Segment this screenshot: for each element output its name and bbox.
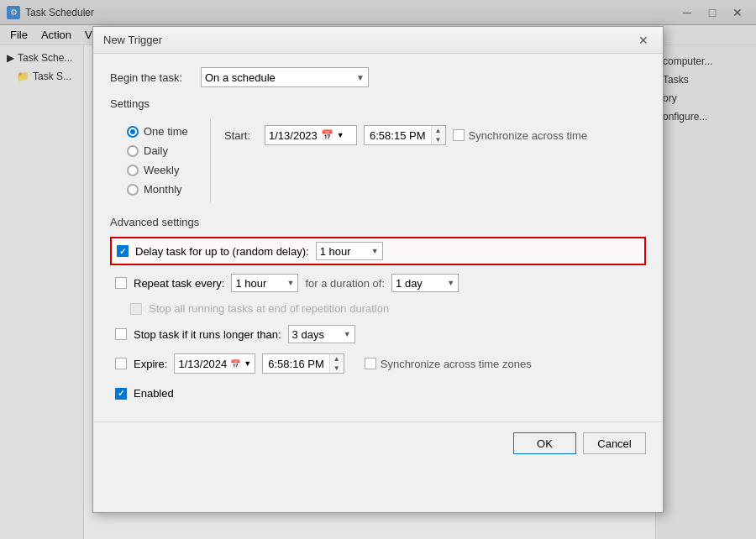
sync-zones-label: Synchronize across time zones [381, 358, 532, 370]
expire-date-value: 1/13/2024 [178, 358, 227, 370]
stop-running-checkbox[interactable] [130, 303, 142, 315]
repeat-value-dropdown[interactable]: 1 hour ▼ [231, 274, 298, 292]
delay-checkbox[interactable] [117, 245, 129, 257]
expire-time-up[interactable]: ▲ [330, 354, 344, 364]
modal-overlay: New Trigger ✕ Begin the task: On a sched… [0, 0, 756, 539]
sync-checkbox-row: Synchronize across time [453, 129, 588, 142]
sync-checkbox[interactable] [453, 129, 465, 141]
ok-button[interactable]: OK [513, 432, 576, 454]
delay-task-row: Delay task for up to (random delay): 1 h… [110, 237, 646, 265]
dialog-titlebar: New Trigger ✕ [93, 27, 663, 54]
radio-weekly[interactable]: Weekly [127, 164, 193, 176]
repeat-value: 1 hour [235, 277, 266, 290]
stop-running-row: Stop all running tasks at end of repetit… [110, 301, 646, 317]
begin-task-value: On a schedule [205, 71, 276, 84]
radio-one-time-label: One time [144, 125, 188, 138]
radio-monthly-label: Monthly [144, 183, 182, 196]
delay-dropdown-icon: ▼ [371, 247, 379, 255]
dialog-close-button[interactable]: ✕ [634, 31, 653, 50]
schedule-radio-group: One time Daily Weekly Mont [110, 118, 211, 202]
expire-calendar-icon: 📅 [230, 359, 240, 369]
begin-task-label: Begin the task: [110, 71, 194, 84]
stop-task-value-dropdown[interactable]: 3 days ▼ [288, 325, 355, 343]
expire-date-arrow-icon: ▼ [244, 359, 251, 368]
sync-label: Synchronize across time [469, 129, 588, 142]
radio-daily-label: Daily [144, 144, 168, 157]
radio-weekly-label: Weekly [144, 164, 179, 176]
time-down-arrow[interactable]: ▼ [432, 135, 445, 144]
begin-task-dropdown[interactable]: On a schedule ▼ [201, 67, 369, 87]
datetime-area: Start: 1/13/2023 📅 ▼ 6:58:15 PM ▲ ▼ [211, 118, 646, 202]
delay-task-label: Delay task for up to (random delay): [135, 245, 309, 258]
begin-task-arrow-icon: ▼ [356, 73, 365, 82]
repeat-task-label: Repeat task every: [134, 277, 224, 290]
expire-label: Expire: [134, 358, 167, 370]
stop-task-value: 3 days [292, 328, 324, 341]
duration-dropdown-icon: ▼ [447, 279, 454, 287]
start-time-value: 6:58:15 PM [365, 129, 431, 142]
enabled-row: Enabled [110, 385, 646, 401]
dialog: New Trigger ✕ Begin the task: On a sched… [92, 26, 664, 513]
stop-task-label: Stop task if it runs longer than: [134, 328, 281, 341]
expire-spinbox-arrows: ▲ ▼ [329, 354, 344, 373]
dialog-footer: OK Cancel [93, 421, 663, 464]
date-arrow-icon: ▼ [337, 131, 344, 139]
start-date-input[interactable]: 1/13/2023 📅 ▼ [265, 125, 357, 145]
radio-one-time-indicator [127, 126, 139, 138]
radio-one-time[interactable]: One time [127, 125, 193, 138]
start-time-spinbox[interactable]: 6:58:15 PM ▲ ▼ [364, 125, 446, 145]
radio-weekly-indicator [127, 165, 139, 176]
radio-daily[interactable]: Daily [127, 144, 193, 157]
expire-row: Expire: 1/13/2024 📅 ▼ 6:58:16 PM ▲ ▼ [110, 352, 646, 375]
expire-time-down[interactable]: ▼ [330, 364, 344, 373]
stop-task-dropdown-icon: ▼ [344, 330, 351, 338]
stop-task-checkbox[interactable] [115, 328, 127, 340]
repeat-checkbox[interactable] [115, 277, 127, 289]
time-up-arrow[interactable]: ▲ [432, 126, 445, 135]
dialog-body: Begin the task: On a schedule ▼ Settings… [93, 54, 663, 415]
start-date-value: 1/13/2023 [269, 129, 318, 142]
stop-running-label: Stop all running tasks at end of repetit… [149, 302, 389, 315]
advanced-section: Advanced settings Delay task for up to (… [110, 216, 646, 401]
delay-value-dropdown[interactable]: 1 hour ▼ [316, 242, 383, 260]
radio-monthly[interactable]: Monthly [127, 183, 193, 196]
duration-value: 1 day [396, 277, 423, 290]
expire-checkbox[interactable] [115, 358, 127, 369]
delay-value: 1 hour [320, 245, 351, 258]
time-spinbox-arrows: ▲ ▼ [431, 126, 445, 144]
sync-zones-checkbox[interactable] [365, 358, 376, 369]
duration-label: for a duration of: [305, 277, 385, 290]
start-row: Start: 1/13/2023 📅 ▼ 6:58:15 PM ▲ ▼ [224, 125, 633, 145]
begin-task-row: Begin the task: On a schedule ▼ [110, 67, 646, 87]
calendar-icon: 📅 [321, 129, 333, 141]
start-label: Start: [224, 129, 258, 142]
advanced-title: Advanced settings [110, 216, 646, 228]
settings-label: Settings [110, 97, 646, 110]
repeat-task-row: Repeat task every: 1 hour ▼ for a durati… [110, 272, 646, 294]
enabled-checkbox[interactable] [115, 388, 127, 400]
sync-zones-row: Synchronize across time zones [365, 358, 532, 370]
dialog-title: New Trigger [103, 34, 162, 46]
expire-time-spinbox[interactable]: 6:58:16 PM ▲ ▼ [262, 353, 344, 374]
settings-container: One time Daily Weekly Mont [110, 118, 646, 202]
duration-value-dropdown[interactable]: 1 day ▼ [391, 274, 459, 292]
repeat-dropdown-icon: ▼ [286, 279, 294, 287]
cancel-button[interactable]: Cancel [583, 432, 646, 454]
radio-daily-indicator [127, 145, 139, 157]
radio-monthly-indicator [127, 184, 139, 196]
enabled-label: Enabled [134, 387, 174, 400]
stop-task-row: Stop task if it runs longer than: 3 days… [110, 323, 646, 345]
expire-date-input[interactable]: 1/13/2024 📅 ▼ [174, 353, 255, 374]
expire-time-value: 6:58:16 PM [263, 358, 329, 370]
